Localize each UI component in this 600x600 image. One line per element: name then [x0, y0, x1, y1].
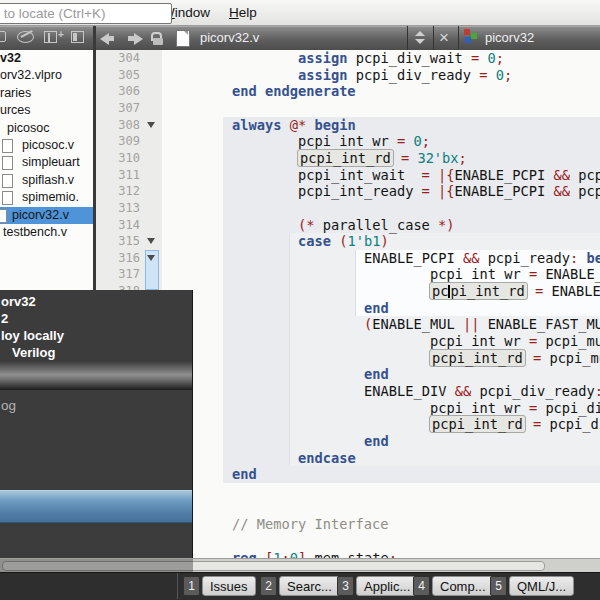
code-line-320[interactable]: (ENABLE_MUL || ENABLE_FAST_MU	[166, 316, 600, 333]
code-token: end	[364, 433, 389, 449]
cut-off-icon[interactable]	[0, 31, 6, 42]
code-line-304[interactable]: assign pcpi_div_wait = 0;	[166, 50, 504, 67]
code-line-324[interactable]: ENABLE_DIV && pcpi_div_ready:	[166, 383, 600, 400]
document-dropdown-icon[interactable]	[415, 39, 425, 44]
code-token: pcpi_mul	[545, 333, 600, 349]
tree-item-spiflash-v[interactable]: spiflash.v	[0, 172, 93, 189]
output-pane-number[interactable]: 5	[490, 576, 507, 596]
code-token: end	[232, 466, 257, 482]
fold-marker-icon[interactable]	[147, 255, 155, 261]
code-line-306[interactable]: end endgenerate	[166, 83, 356, 100]
output-pane-button[interactable]: Applic...	[356, 576, 418, 596]
code-token: ENABLE_P	[551, 283, 600, 299]
code-line-314[interactable]: (* parallel_case *)	[166, 217, 455, 234]
output-pane-number[interactable]: 3	[337, 576, 354, 596]
tree-item-orv32-vlpro[interactable]: orv32.vlpro	[0, 67, 93, 84]
line-number: 305	[96, 67, 140, 84]
occurrence-highlight: pcpi_int_rd	[429, 282, 528, 300]
code-line-325[interactable]: pcpi_int_wr = pcpi_div	[166, 400, 600, 417]
output-pane-comp[interactable]: 4Comp...	[413, 576, 494, 596]
output-pane-number[interactable]: 4	[413, 576, 430, 596]
code-line-326[interactable]: pcpi_int_rd = pcpi_div	[166, 416, 600, 433]
output-pane-searc[interactable]: 2Searc...	[260, 576, 340, 596]
locator-field[interactable]	[0, 3, 172, 24]
close-document-icon[interactable]: ×	[439, 26, 449, 50]
code-line-317[interactable]: pcpi_int_wr = ENABLE_P	[166, 266, 600, 283]
split-add-icon	[48, 33, 50, 42]
code-line-328[interactable]: endcase	[166, 450, 356, 467]
open-document-tab[interactable]: picorv32.v	[200, 26, 259, 50]
code-line-327[interactable]: end	[166, 433, 389, 450]
code-token: pcpi	[578, 183, 600, 199]
code-line-309[interactable]: pcpi_int_wr = 0;	[166, 133, 430, 150]
locator-input[interactable]	[0, 4, 171, 23]
forward-icon[interactable]	[134, 33, 143, 45]
code-line-322[interactable]: pcpi_int_rd = pcpi_mul	[166, 350, 600, 367]
code-token: =	[529, 266, 545, 282]
code-token: ENABLE_MUL	[372, 316, 454, 332]
tree-item-testbench-v[interactable]: testbench.v	[0, 224, 93, 241]
code-line-316[interactable]: ENABLE_PCPI && pcpi_ready: beg	[166, 250, 600, 267]
code-token: =	[393, 150, 418, 166]
code-line-323[interactable]: end	[166, 366, 389, 383]
code-token: 0	[413, 133, 421, 149]
split-add-icon[interactable]	[44, 31, 57, 43]
code-token: )	[380, 233, 388, 249]
code-token: always	[232, 117, 281, 133]
horizontal-scrollbar[interactable]	[0, 558, 600, 572]
tree-item-v32[interactable]: v32	[0, 50, 93, 67]
menu-item-help[interactable]: Help	[227, 0, 259, 25]
back-icon[interactable]	[100, 33, 109, 45]
code-token: =	[471, 50, 487, 66]
code-line-334[interactable]: reg [1:0] mem_state;	[166, 550, 397, 559]
project-context-label[interactable]: picorv32	[485, 26, 534, 50]
popup-selected-item[interactable]	[0, 490, 192, 523]
fold-marker-icon[interactable]	[147, 238, 155, 244]
code-token: =	[527, 283, 552, 299]
tree-item-urces[interactable]: urces	[0, 102, 93, 119]
line-number: 309	[96, 133, 140, 150]
popup-small-label: og	[1, 398, 16, 413]
code-editor[interactable]: assign pcpi_div_wait = 0;assign pcpi_div…	[162, 50, 600, 558]
output-pane-button[interactable]: Searc...	[279, 576, 340, 596]
fold-marker-icon[interactable]	[147, 122, 155, 128]
occurrence-highlight: pcpi_int_rd	[429, 349, 526, 367]
code-line-305[interactable]: assign pcpi_div_ready = 0;	[166, 67, 512, 84]
tree-item-simpleuart[interactable]: simpleuart	[0, 154, 93, 171]
output-pane-button[interactable]: Issues	[202, 576, 256, 596]
code-token: &&	[446, 383, 479, 399]
code-token: = |{	[422, 167, 455, 183]
output-pane-number[interactable]: 2	[260, 576, 277, 596]
output-pane-number[interactable]: 1	[183, 576, 200, 596]
output-pane-button[interactable]: Comp...	[432, 576, 494, 596]
project-blocks-icon	[465, 37, 471, 43]
code-token: parallel_case	[323, 217, 430, 233]
line-number: 306	[96, 83, 140, 100]
output-pane-applic[interactable]: 3Applic...	[337, 576, 418, 596]
code-token: ENABLE_PCPI	[455, 167, 546, 183]
tree-item-spimemio-[interactable]: spimemio.	[0, 189, 93, 206]
tree-item-picosoc[interactable]: picosoc	[0, 120, 93, 137]
code-line-310[interactable]: pcpi_int_rd = 32'bx;	[166, 150, 467, 167]
code-line-308[interactable]: always @* begin	[166, 117, 356, 134]
document-dropdown-icon[interactable]	[415, 31, 425, 36]
code-token: ;	[496, 50, 504, 66]
output-pane-qmlj[interactable]: 5QML/J...	[490, 576, 574, 596]
code-line-321[interactable]: pcpi_int_wr = pcpi_mul	[166, 333, 600, 350]
code-token: [	[257, 550, 273, 559]
code-token: (	[364, 316, 372, 332]
output-pane-issues[interactable]: 1Issues	[183, 576, 256, 596]
code-line-315[interactable]: case (1'b1)	[166, 233, 389, 250]
output-pane-button[interactable]: QML/J...	[509, 576, 574, 596]
tree-item-picosoc-v[interactable]: picosoc.v	[0, 137, 93, 154]
file-icon	[0, 209, 7, 223]
tree-item-picorv32-v[interactable]: picorv32.v	[0, 207, 93, 224]
code-line-318[interactable]: pcpi_int_rd = ENABLE_P	[166, 283, 600, 300]
code-line-312[interactable]: pcpi_int_ready = |{ENABLE_PCPI && pcpi	[166, 183, 600, 200]
code-line-319[interactable]: end	[166, 300, 389, 317]
code-line-332[interactable]: // Memory Interface	[166, 516, 389, 533]
code-line-311[interactable]: pcpi_int_wait = |{ENABLE_PCPI && pcpi	[166, 167, 600, 184]
tree-item-label: picorv32.v	[12, 207, 69, 224]
tree-item-raries[interactable]: raries	[0, 85, 93, 102]
line-number: 312	[96, 183, 140, 200]
